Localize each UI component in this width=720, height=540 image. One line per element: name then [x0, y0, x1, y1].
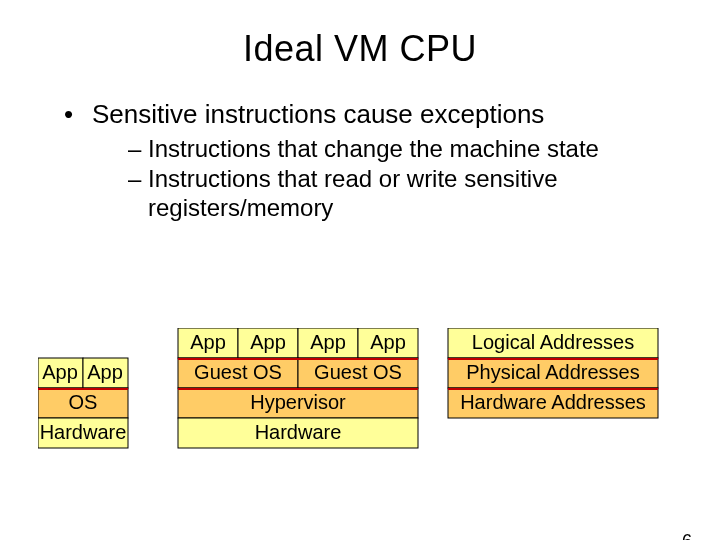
left-hw: Hardware — [40, 421, 127, 443]
mid-guest-a: Guest OS — [194, 361, 282, 383]
diagram-area: App App OS Hardware App App App — [38, 328, 686, 498]
bullet-l2a-text: Instructions that change the machine sta… — [148, 135, 599, 164]
mid-app-0: App — [190, 331, 226, 353]
bullet-dash-icon: – — [128, 135, 148, 164]
bullet-l1-text: Sensitive instructions cause exceptions — [92, 98, 544, 131]
left-os: OS — [69, 391, 98, 413]
mid-app-2: App — [310, 331, 346, 353]
mid-app-3: App — [370, 331, 406, 353]
slide-title: Ideal VM CPU — [0, 28, 720, 70]
bullet-dot-icon: • — [60, 98, 92, 131]
left-stack: App App OS Hardware — [38, 358, 128, 448]
slide: Ideal VM CPU • Sensitive instructions ca… — [0, 28, 720, 540]
mid-hyper: Hypervisor — [250, 391, 346, 413]
left-app-b: App — [87, 361, 123, 383]
bullet-list: • Sensitive instructions cause exception… — [60, 98, 680, 223]
right-r3: Hardware Addresses — [460, 391, 646, 413]
bullet-level2: – Instructions that change the machine s… — [128, 135, 680, 164]
left-app-a: App — [42, 361, 78, 383]
bullet-level1: • Sensitive instructions cause exception… — [60, 98, 680, 131]
stacks-svg: App App OS Hardware App App App — [38, 328, 686, 498]
mid-hw: Hardware — [255, 421, 342, 443]
bullet-dash-icon: – — [128, 165, 148, 223]
right-stack: Logical Addresses Physical Addresses Har… — [448, 328, 658, 418]
mid-guest-b: Guest OS — [314, 361, 402, 383]
bullet-level2: – Instructions that read or write sensit… — [128, 165, 680, 223]
middle-stack: App App App App Guest OS Guest OS Hyperv… — [178, 328, 418, 448]
mid-app-1: App — [250, 331, 286, 353]
page-number: 6 — [682, 531, 692, 540]
right-r2: Physical Addresses — [466, 361, 639, 383]
bullet-l2b-text: Instructions that read or write sensitiv… — [148, 165, 680, 223]
right-r1: Logical Addresses — [472, 331, 634, 353]
